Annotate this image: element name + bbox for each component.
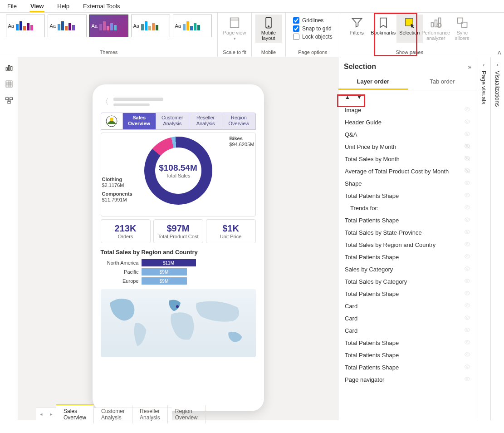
theme-swatch-3-selected[interactable]: Aa xyxy=(89,15,128,37)
visibility-icon[interactable] xyxy=(464,339,470,347)
layer-item[interactable]: Total Sales by Month xyxy=(341,153,474,165)
chevron-left-icon[interactable]: ‹ xyxy=(497,62,499,68)
tab-tab-order[interactable]: Tab order xyxy=(408,74,477,90)
layer-item[interactable]: Unit Price by Month xyxy=(341,141,474,153)
move-down-icon[interactable]: ▼ xyxy=(357,94,362,100)
data-view-icon[interactable] xyxy=(5,80,13,88)
visibility-icon[interactable] xyxy=(464,204,470,212)
layer-item[interactable]: Total Patients Shape xyxy=(341,214,474,226)
phone-tab-sales-overview[interactable]: SalesOverview xyxy=(123,113,156,129)
visibility-icon[interactable] xyxy=(464,302,470,310)
selection-button[interactable]: Selection xyxy=(396,15,423,43)
visibility-icon[interactable] xyxy=(464,167,470,175)
kpi-product-cost[interactable]: $97MTotal Product Cost xyxy=(153,219,203,243)
theme-swatch-1[interactable]: Aa xyxy=(6,15,45,37)
bar-chart[interactable]: North America$11MPacific$9MEurope$9M xyxy=(101,259,256,285)
phone-tab-logo[interactable] xyxy=(101,113,123,129)
page-visuals-pane[interactable]: ‹ Page visuals xyxy=(477,57,490,420)
phone-tab-customer[interactable]: CustomerAnalysis xyxy=(156,113,189,129)
filters-button[interactable]: Filters xyxy=(344,15,370,43)
layer-item[interactable]: Header Guide xyxy=(341,116,474,128)
snap-checkbox[interactable]: Snap to grid xyxy=(293,25,333,32)
donut-chart-card[interactable]: $108.54M Total Sales Bikes$94.6205M Clot… xyxy=(101,133,256,216)
bookmarks-button[interactable]: Bookmarks xyxy=(370,15,396,43)
layer-item[interactable]: Image xyxy=(341,104,474,116)
tab-nav-next[interactable]: ▸ xyxy=(46,411,56,417)
layer-item[interactable]: Card xyxy=(341,312,474,325)
page-tab-reseller-analysis[interactable]: Reseller Analysis xyxy=(132,405,168,423)
back-chevron-icon[interactable]: 〈 xyxy=(101,96,109,107)
layer-item[interactable]: Total Patients Shape xyxy=(341,337,474,349)
visibility-icon[interactable] xyxy=(464,327,470,335)
page-tab-customer-analysis[interactable]: Customer Analysis xyxy=(94,405,132,423)
visibility-icon[interactable] xyxy=(464,180,470,187)
collapse-ribbon-icon[interactable]: ᐱ xyxy=(498,50,501,56)
layer-item[interactable]: Total Patients Shape xyxy=(341,349,474,361)
layer-item[interactable]: Q&A xyxy=(341,128,474,141)
visibility-icon[interactable] xyxy=(464,106,470,114)
theme-swatch-4[interactable]: Aa xyxy=(131,15,170,37)
close-pane-icon[interactable]: » xyxy=(468,64,471,70)
visibility-icon[interactable] xyxy=(464,131,470,138)
report-view-icon[interactable] xyxy=(5,64,13,72)
visibility-icon[interactable] xyxy=(464,278,470,285)
visibility-icon[interactable] xyxy=(464,376,470,384)
layer-item[interactable]: Trends for: xyxy=(341,202,474,214)
visibility-icon[interactable] xyxy=(464,155,470,163)
layer-item[interactable]: Total Sales by Category xyxy=(341,276,474,288)
visibility-icon[interactable] xyxy=(464,216,470,224)
layer-item[interactable]: Card xyxy=(341,325,474,337)
snap-input[interactable] xyxy=(293,25,299,32)
lock-checkbox[interactable]: Lock objects xyxy=(293,34,333,40)
performance-analyzer-button[interactable]: Performance analyzer xyxy=(423,15,449,43)
move-up-icon[interactable]: ▲ xyxy=(345,94,350,100)
layer-item[interactable]: Sales by Category xyxy=(341,263,474,276)
layer-item[interactable]: Total Patients Shape xyxy=(341,190,474,202)
canvas[interactable]: 〈 SalesOverview CustomerAnalysis Reselle… xyxy=(18,57,338,420)
menu-help[interactable]: Help xyxy=(56,2,70,12)
chevron-left-icon[interactable]: ‹ xyxy=(483,62,485,68)
page-tab-sales-overview[interactable]: Sales Overview xyxy=(56,404,94,423)
gridlines-input[interactable] xyxy=(293,17,299,24)
visibility-icon[interactable] xyxy=(464,351,470,359)
tab-nav-prev[interactable]: ◂ xyxy=(36,411,46,417)
layer-item[interactable]: Total Sales by Region and Country xyxy=(341,239,474,251)
sync-slicers-button[interactable]: Sync slicers xyxy=(449,15,475,43)
layer-item[interactable]: Average of Total Product Cost by Month xyxy=(341,165,474,177)
visibility-icon[interactable] xyxy=(464,290,470,298)
layer-item[interactable]: Card xyxy=(341,300,474,312)
visibility-icon[interactable] xyxy=(464,253,470,261)
menu-view[interactable]: View xyxy=(29,2,44,12)
model-view-icon[interactable] xyxy=(5,96,13,104)
visibility-icon[interactable] xyxy=(464,192,470,200)
mobile-layout-button[interactable]: Mobile layout xyxy=(255,15,282,43)
tab-layer-order[interactable]: Layer order xyxy=(338,74,408,90)
layer-item[interactable]: Total Sales by State-Province xyxy=(341,226,474,239)
lock-input[interactable] xyxy=(293,34,299,40)
theme-swatch-2[interactable]: Aa xyxy=(48,15,87,37)
visibility-icon[interactable] xyxy=(464,143,470,151)
menu-file[interactable]: File xyxy=(6,2,18,12)
visibility-icon[interactable] xyxy=(464,315,470,322)
layer-item[interactable]: Total Patients Shape xyxy=(341,288,474,300)
layer-item[interactable]: Shape xyxy=(341,177,474,190)
page-view-button[interactable]: Page view▾ xyxy=(221,15,248,43)
kpi-unit-price[interactable]: $1KUnit Price xyxy=(206,219,256,243)
visibility-icon[interactable] xyxy=(464,118,470,126)
gridlines-checkbox[interactable]: Gridlines xyxy=(293,17,333,24)
kpi-orders[interactable]: 213KOrders xyxy=(101,219,151,243)
visibility-icon[interactable] xyxy=(464,241,470,249)
layer-item[interactable]: Total Patients Shape xyxy=(341,251,474,263)
visibility-icon[interactable] xyxy=(464,229,470,236)
world-map-visual[interactable] xyxy=(101,289,256,357)
visibility-icon[interactable] xyxy=(464,266,470,273)
page-tab-region-overview[interactable]: Region Overview xyxy=(168,405,206,423)
theme-swatch-5[interactable]: Aa xyxy=(173,15,212,37)
visibility-icon[interactable] xyxy=(464,364,470,371)
visualizations-pane[interactable]: ‹ Visualizations xyxy=(490,57,504,420)
menu-external-tools[interactable]: External Tools xyxy=(82,2,121,12)
phone-tab-reseller[interactable]: ResellerAnalysis xyxy=(189,113,222,129)
phone-tab-region[interactable]: RegionOverview xyxy=(222,113,255,129)
layer-item[interactable]: Total Patients Shape xyxy=(341,361,474,374)
layer-item[interactable]: Page navigator xyxy=(341,374,474,386)
